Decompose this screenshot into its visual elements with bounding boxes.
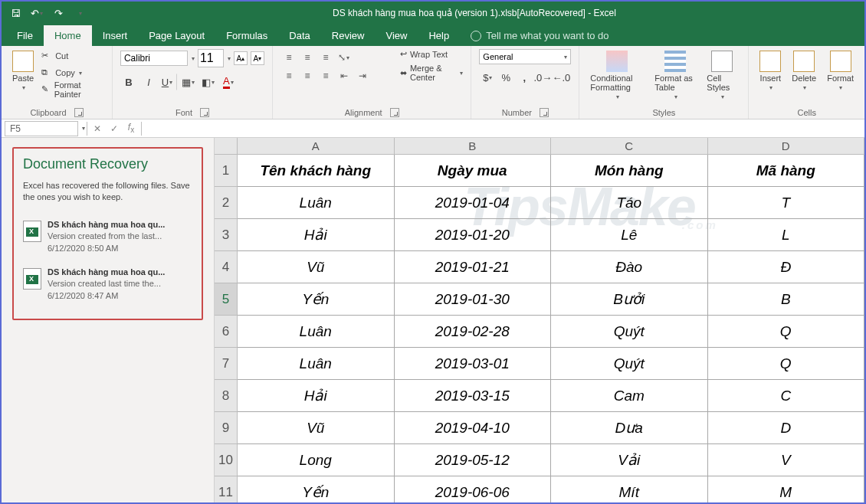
tab-review[interactable]: Review — [321, 25, 376, 46]
cell[interactable]: B — [708, 283, 865, 316]
borders-button[interactable]: ▦▾ — [180, 74, 197, 90]
row-header[interactable]: 10 — [215, 444, 238, 476]
cell[interactable]: 2019-04-10 — [395, 412, 552, 444]
column-header[interactable]: D — [708, 138, 865, 155]
cell[interactable]: C — [708, 380, 865, 412]
enter-formula-icon[interactable]: ✓ — [106, 123, 123, 134]
align-bottom-button[interactable]: ≡ — [317, 49, 334, 66]
decrease-font-button[interactable]: A▾ — [251, 51, 264, 65]
tell-me-search[interactable]: Tell me what you want to do — [460, 25, 619, 46]
cancel-formula-icon[interactable]: ✕ — [89, 123, 106, 134]
recovery-item[interactable]: DS khách hàng mua hoa qu...Version creat… — [23, 260, 192, 308]
cell[interactable]: Dưa — [551, 412, 708, 444]
orientation-button[interactable]: ⤡▾ — [336, 49, 353, 66]
cell[interactable]: Luân — [238, 316, 395, 348]
cell[interactable]: Đ — [708, 251, 865, 283]
cell[interactable]: Mã hàng — [708, 155, 865, 187]
qat-customize-icon[interactable]: ▾ — [74, 7, 86, 19]
cell[interactable]: 2019-02-28 — [395, 316, 552, 348]
tab-data[interactable]: Data — [278, 25, 320, 46]
spreadsheet-grid[interactable]: TipsMake.com ABCD 1Tên khách hàngNgày mu… — [215, 138, 864, 502]
cell[interactable]: 2019-01-30 — [395, 283, 552, 316]
format-cells-button[interactable]: Format▾ — [824, 49, 857, 93]
name-box[interactable]: F5 — [5, 121, 78, 136]
cell[interactable]: Yến — [238, 283, 395, 316]
cell[interactable]: 2019-05-12 — [395, 444, 552, 476]
font-color-button[interactable]: A▾ — [220, 74, 237, 90]
tab-formulas[interactable]: Formulas — [215, 25, 278, 46]
cell[interactable]: Luân — [238, 348, 395, 380]
row-header[interactable]: 1 — [215, 155, 238, 187]
accounting-format-button[interactable]: $▾ — [479, 69, 496, 86]
cell[interactable]: 2019-01-21 — [395, 251, 552, 283]
align-top-button[interactable]: ≡ — [280, 49, 297, 66]
cell[interactable]: Lê — [551, 219, 708, 251]
format-painter-button[interactable]: ✎Format Painter — [41, 83, 104, 97]
fill-color-button[interactable]: ◧▾ — [200, 74, 217, 90]
row-header[interactable]: 7 — [215, 348, 238, 380]
cell[interactable]: Ngày mua — [395, 155, 552, 187]
tab-help[interactable]: Help — [418, 25, 460, 46]
cell[interactable]: Tên khách hàng — [238, 155, 395, 187]
format-as-table-button[interactable]: Format as Table▾ — [651, 49, 699, 102]
align-middle-button[interactable]: ≡ — [299, 49, 316, 66]
cell[interactable]: Quýt — [551, 348, 708, 380]
row-header[interactable]: 9 — [215, 412, 238, 444]
cell[interactable]: Q — [708, 348, 865, 380]
number-launcher-icon[interactable] — [540, 108, 549, 117]
align-right-button[interactable]: ≡ — [317, 67, 334, 84]
underline-button[interactable]: U▾ — [160, 74, 177, 90]
cell[interactable]: 2019-03-01 — [395, 348, 552, 380]
cell[interactable]: Bưởi — [551, 283, 708, 316]
decrease-decimal-button[interactable]: ←.0 — [553, 69, 569, 86]
cell[interactable]: 2019-01-20 — [395, 219, 552, 251]
row-header[interactable]: 8 — [215, 380, 238, 412]
select-all-corner[interactable] — [215, 138, 238, 155]
row-header[interactable]: 3 — [215, 219, 238, 251]
font-size-select[interactable]: 11 — [198, 49, 224, 67]
tab-page-layout[interactable]: Page Layout — [138, 25, 215, 46]
alignment-launcher-icon[interactable] — [390, 108, 399, 117]
align-left-button[interactable]: ≡ — [280, 67, 297, 84]
tab-file[interactable]: File — [6, 25, 44, 46]
row-header[interactable]: 4 — [215, 251, 238, 283]
cell[interactable]: Món hàng — [551, 155, 708, 187]
cut-button[interactable]: ✂Cut — [41, 49, 104, 63]
cell[interactable]: Hải — [238, 380, 395, 412]
fx-icon[interactable]: fx — [123, 122, 139, 134]
cell[interactable]: 2019-06-06 — [395, 476, 552, 502]
increase-font-button[interactable]: A▴ — [234, 51, 248, 65]
row-header[interactable]: 2 — [215, 187, 238, 219]
row-header[interactable]: 11 — [215, 476, 238, 502]
conditional-formatting-button[interactable]: Conditional Formatting▾ — [587, 49, 647, 102]
cell[interactable]: Quýt — [551, 316, 708, 348]
increase-indent-button[interactable]: ⇥ — [354, 67, 371, 84]
cell[interactable]: Yến — [238, 476, 395, 502]
cell[interactable]: Hải — [238, 219, 395, 251]
column-header[interactable]: B — [395, 138, 552, 155]
column-header[interactable]: A — [238, 138, 395, 155]
font-name-select[interactable]: Calibri — [120, 51, 188, 66]
align-center-button[interactable]: ≡ — [299, 67, 316, 84]
cell[interactable]: Vũ — [238, 412, 395, 444]
font-launcher-icon[interactable] — [200, 108, 209, 117]
cell[interactable]: Cam — [551, 380, 708, 412]
cell[interactable]: Đào — [551, 251, 708, 283]
insert-cells-button[interactable]: Insert▾ — [756, 49, 784, 93]
row-header[interactable]: 6 — [215, 316, 238, 348]
tab-view[interactable]: View — [375, 25, 418, 46]
redo-icon[interactable]: ↷ — [52, 7, 64, 19]
italic-button[interactable]: I — [140, 74, 157, 90]
cell-styles-button[interactable]: Cell Styles▾ — [704, 49, 740, 102]
wrap-text-button[interactable]: ↩Wrap Text — [400, 49, 463, 59]
bold-button[interactable]: B — [120, 74, 137, 90]
cell[interactable]: Luân — [238, 187, 395, 219]
cell[interactable]: Q — [708, 316, 865, 348]
cell[interactable]: Táo — [551, 187, 708, 219]
copy-button[interactable]: ⧉Copy ▾ — [41, 66, 104, 80]
cell[interactable]: Vải — [551, 444, 708, 476]
decrease-indent-button[interactable]: ⇤ — [336, 67, 353, 84]
comma-format-button[interactable]: , — [516, 69, 533, 86]
save-icon[interactable]: 🖫 — [9, 7, 21, 19]
increase-decimal-button[interactable]: .0→ — [534, 69, 551, 86]
